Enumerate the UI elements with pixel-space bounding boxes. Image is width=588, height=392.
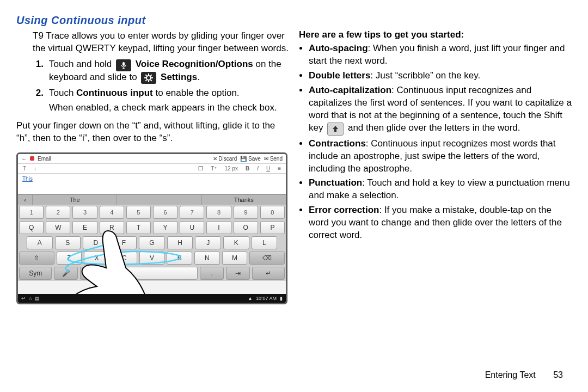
- key-s: S: [55, 236, 81, 249]
- svg-line-10: [146, 79, 147, 81]
- key-7: 7: [180, 206, 204, 219]
- key-h: H: [167, 236, 193, 249]
- keyboard-screenshot: ← Email ✕ Discard 💾 Save ✉ Send T ↓ ❐ T⁺…: [16, 152, 287, 304]
- step-2: 2. Touch Continuous input to enable the …: [33, 87, 289, 114]
- key-f: F: [111, 236, 137, 249]
- svg-line-11: [151, 75, 152, 76]
- tips-list: Auto-spacing: When you finish a word, ju…: [299, 42, 572, 242]
- key-v: V: [139, 252, 165, 265]
- step-1-label2: Settings: [161, 72, 197, 82]
- key-2: 2: [46, 206, 70, 219]
- signal-icon: ▲: [248, 296, 253, 301]
- mic-icon: [116, 59, 131, 71]
- shift-key: ⇧: [19, 252, 54, 265]
- step-1-num: 1.: [33, 58, 49, 84]
- tool-drop: ↓: [32, 165, 38, 172]
- back-icon: ←: [21, 156, 27, 162]
- key-t: T: [126, 221, 151, 234]
- key-g: G: [139, 236, 165, 249]
- keyboard: 1234567890 QWERTYUIOP ASDFGHJKL ⇧ ZXCVBN…: [18, 205, 286, 281]
- tool-list: ≡: [276, 165, 283, 172]
- key-i: I: [206, 221, 231, 234]
- period-key: .: [200, 267, 224, 280]
- key-z: Z: [57, 252, 82, 265]
- tip-auto-spacing: Auto-spacing: When you finish a word, ju…: [309, 42, 572, 68]
- kb-row-q: QWERTYUIOP: [18, 220, 286, 235]
- step-2-pre: Touch: [49, 88, 76, 98]
- nav-apps-icon: ▤: [35, 296, 40, 301]
- step-2-num: 2.: [33, 87, 49, 114]
- step-2-note: When enabled, a check mark appears in th…: [49, 102, 289, 114]
- sugg-3: Thanks: [202, 195, 286, 205]
- key-5: 5: [126, 206, 151, 219]
- page-number: 53: [553, 370, 563, 379]
- step-1: 1. Touch and hold Voice Recognition/Opti…: [33, 58, 289, 84]
- key-0: 0: [260, 206, 285, 219]
- svg-point-3: [146, 76, 151, 80]
- mic-key: 🎤: [54, 267, 78, 280]
- svg-line-8: [146, 75, 147, 76]
- page-footer: Entering Text 53: [485, 370, 563, 380]
- sugg-1: The: [33, 195, 117, 205]
- tab-key: ⇥: [226, 267, 250, 280]
- key-p: P: [260, 221, 285, 234]
- enter-key: ↵: [252, 267, 285, 280]
- save-button: 💾 Save: [240, 156, 261, 162]
- tip-error-correction: Error correction: If you make a mistake,…: [309, 204, 572, 242]
- section-heading: Using Continuous input: [16, 14, 289, 27]
- key-w: W: [46, 221, 70, 234]
- step-1-label1: Voice Recognition/Options: [136, 59, 253, 69]
- tip-auto-cap: Auto-capitalization: Continuous input re…: [309, 84, 572, 136]
- tool-underline: U: [265, 165, 272, 172]
- step-2-post: to enable the option.: [153, 88, 240, 98]
- key-l: L: [252, 236, 278, 249]
- discard-button: ✕ Discard: [213, 156, 237, 162]
- tip-double-letters: Double letters: Just “scribble” on the k…: [309, 70, 572, 82]
- status-time: 10:07 AM: [256, 296, 277, 301]
- key-3: 3: [72, 206, 97, 219]
- tool-img: ❐: [197, 165, 205, 172]
- svg-line-9: [151, 79, 152, 81]
- sugg-arrow: ‹: [18, 195, 33, 205]
- tool-italic: I: [255, 165, 260, 172]
- kb-row-num: 1234567890: [18, 205, 286, 220]
- tip-punctuation: Punctuation: Touch and hold a key to vie…: [309, 177, 572, 202]
- space-key: [106, 267, 198, 280]
- key-o: O: [234, 221, 258, 234]
- key-9: 9: [234, 206, 258, 219]
- key-x: X: [84, 252, 109, 265]
- key-e: E: [72, 221, 97, 234]
- tool-textsize: T⁺: [209, 165, 218, 172]
- editor-text: This: [18, 174, 286, 194]
- intro-paragraph: T9 Trace allows you to enter words by gl…: [33, 30, 289, 55]
- key-a: A: [27, 236, 53, 249]
- mail-app-icon: [30, 156, 34, 161]
- key-b: B: [167, 252, 192, 265]
- key-r: R: [100, 221, 124, 234]
- shift-icon: [327, 122, 344, 136]
- key-n: N: [194, 252, 220, 265]
- key-j: J: [195, 236, 221, 249]
- step-1-pre: Touch and hold: [49, 59, 114, 69]
- step-2-label: Continuous input: [76, 88, 153, 98]
- chapter-name: Entering Text: [485, 370, 536, 379]
- tool-size: 12 px: [223, 165, 239, 172]
- tips-heading: Here are a few tips to get you started:: [299, 29, 572, 40]
- svg-rect-0: [122, 62, 125, 66]
- tool-font: T: [21, 165, 28, 172]
- nav-back-icon: ↩: [21, 296, 26, 301]
- glide-paragraph: Put your finger down on the “t” and, wit…: [16, 120, 289, 145]
- comma-key: ,: [80, 267, 104, 280]
- key-u: U: [180, 221, 204, 234]
- sym-key: Sym: [19, 267, 52, 280]
- key-4: 4: [100, 206, 124, 219]
- sugg-2: [117, 195, 201, 205]
- key-d: D: [83, 236, 109, 249]
- nav-home-icon: ⌂: [29, 296, 32, 301]
- tool-bold: B: [244, 165, 251, 172]
- key-c: C: [112, 252, 137, 265]
- backspace-key: ⌫: [249, 252, 285, 265]
- key-q: Q: [19, 221, 44, 234]
- key-8: 8: [206, 206, 231, 219]
- key-6: 6: [153, 206, 177, 219]
